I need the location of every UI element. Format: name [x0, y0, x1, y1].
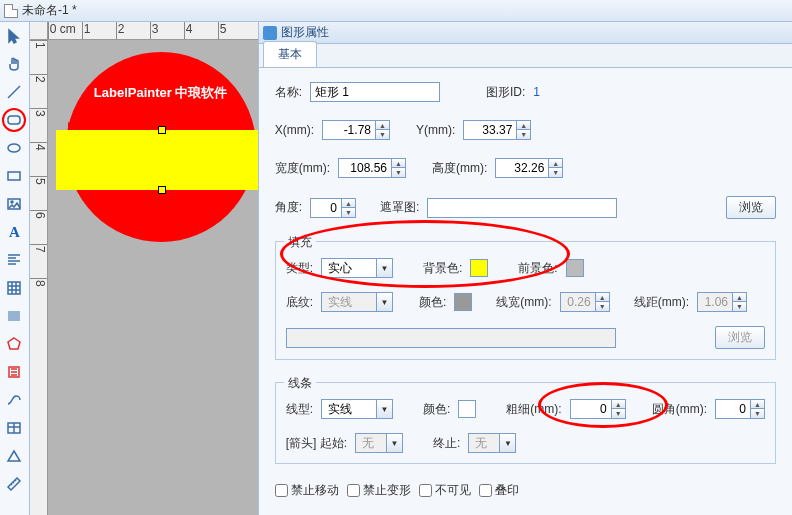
- svg-rect-0: [8, 116, 20, 124]
- linedist-label: 线距(mm):: [634, 294, 689, 311]
- curve-tool[interactable]: [2, 388, 26, 412]
- barcode-tool[interactable]: [2, 304, 26, 328]
- name-input[interactable]: [310, 82, 440, 102]
- y-label: Y(mm):: [416, 123, 455, 137]
- arrow-start-combo: 无▼: [355, 433, 403, 453]
- arrow-end-label: 终止:: [433, 435, 460, 452]
- fill-type-label: 类型:: [286, 260, 313, 277]
- linewidth-label: 线宽(mm):: [496, 294, 551, 311]
- graphic-id-label: 图形ID:: [486, 84, 525, 101]
- height-spinner[interactable]: ▲▼: [495, 158, 563, 178]
- svg-rect-2: [8, 172, 20, 180]
- hand-tool[interactable]: [2, 52, 26, 76]
- fill-legend: 填充: [284, 234, 316, 251]
- svg-rect-5: [8, 282, 20, 294]
- linedist-spinner: ▲▼: [697, 292, 747, 312]
- chevron-down-icon: ▼: [376, 400, 392, 418]
- fill-type-combo[interactable]: 实心▼: [321, 258, 393, 278]
- round-label: 圆角(mm):: [652, 401, 707, 418]
- x-label: X(mm):: [275, 123, 314, 137]
- align-left-tool[interactable]: [2, 248, 26, 272]
- ellipse-tool[interactable]: [2, 136, 26, 160]
- svg-point-4: [11, 201, 13, 203]
- tool-palette: A: [0, 22, 30, 515]
- panel-header: 图形属性: [259, 22, 792, 44]
- document-icon: [4, 4, 18, 18]
- width-label: 宽度(mm):: [275, 160, 330, 177]
- fill-fieldset: 填充 类型: 实心▼ 背景色: 前景色: 底纹: 实线▼ 颜色:: [275, 241, 776, 360]
- arrow-start-label: [箭头] 起始:: [286, 435, 347, 452]
- lock-transform-checkbox[interactable]: 禁止变形: [347, 482, 411, 499]
- triangle-tool[interactable]: [2, 444, 26, 468]
- lock-move-checkbox[interactable]: 禁止移动: [275, 482, 339, 499]
- pattern-combo: 实线▼: [321, 292, 393, 312]
- yellow-rect-shape[interactable]: [56, 130, 258, 190]
- mask-input[interactable]: [427, 198, 617, 218]
- measure-tool[interactable]: [2, 472, 26, 496]
- linecolor-label: 颜色:: [423, 401, 450, 418]
- line-tool[interactable]: [2, 80, 26, 104]
- invisible-checkbox[interactable]: 不可见: [419, 482, 471, 499]
- arrow-end-combo: 无▼: [468, 433, 516, 453]
- canvas-area: 0 cm12345 12345678 LabelPainter 中琅软件: [30, 22, 258, 515]
- svg-point-1: [8, 144, 20, 152]
- y-spinner[interactable]: ▲▼: [463, 120, 531, 140]
- ruler-corner: [30, 22, 48, 40]
- pattern-color-swatch: [454, 293, 472, 311]
- fill-path-input: [286, 328, 616, 348]
- angle-label: 角度:: [275, 199, 302, 216]
- linestyle-combo[interactable]: 实线▼: [321, 399, 393, 419]
- angle-spinner[interactable]: ▲▼: [310, 198, 356, 218]
- image-tool[interactable]: [2, 192, 26, 216]
- pointer-tool[interactable]: [2, 24, 26, 48]
- bgcolor-swatch[interactable]: [470, 259, 488, 277]
- thickness-spinner[interactable]: ▲▼: [570, 399, 626, 419]
- browse-fill-button: 浏览: [715, 326, 765, 349]
- ruler-horizontal: 0 cm12345: [48, 22, 258, 40]
- rect-tool[interactable]: [2, 164, 26, 188]
- fgcolor-swatch[interactable]: [566, 259, 584, 277]
- linecolor-swatch[interactable]: [458, 400, 476, 418]
- line-fieldset: 线条 线型: 实线▼ 颜色: 粗细(mm): ▲▼ 圆角(mm): ▲▼ [箭头…: [275, 382, 776, 464]
- ruler-vertical: 12345678: [30, 40, 48, 515]
- graphic-id-value: 1: [533, 85, 540, 99]
- label-text[interactable]: LabelPainter 中琅软件: [76, 84, 246, 102]
- stamp-tool[interactable]: [2, 360, 26, 384]
- overprint-checkbox[interactable]: 叠印: [479, 482, 519, 499]
- panel-title: 图形属性: [281, 24, 329, 41]
- table-tool[interactable]: [2, 416, 26, 440]
- pattern-label: 底纹:: [286, 294, 313, 311]
- name-label: 名称:: [275, 84, 302, 101]
- document-title: 未命名-1 *: [22, 2, 77, 19]
- round-spinner[interactable]: ▲▼: [715, 399, 765, 419]
- tab-basic[interactable]: 基本: [263, 41, 317, 67]
- pattern-color-label: 颜色:: [419, 294, 446, 311]
- bgcolor-label: 背景色:: [423, 260, 462, 277]
- selection-handle-top[interactable]: [158, 126, 166, 134]
- mask-label: 遮罩图:: [380, 199, 419, 216]
- text-tool[interactable]: A: [2, 220, 26, 244]
- grid-tool[interactable]: [2, 276, 26, 300]
- panel-icon: [263, 26, 277, 40]
- rounded-rect-tool[interactable]: [2, 108, 26, 132]
- chevron-down-icon: ▼: [376, 259, 392, 277]
- panel-tabs: 基本: [259, 44, 792, 68]
- height-label: 高度(mm):: [432, 160, 487, 177]
- linewidth-spinner: ▲▼: [560, 292, 610, 312]
- canvas[interactable]: LabelPainter 中琅软件: [48, 40, 258, 515]
- width-spinner[interactable]: ▲▼: [338, 158, 406, 178]
- thickness-label: 粗细(mm):: [506, 401, 561, 418]
- x-spinner[interactable]: ▲▼: [322, 120, 390, 140]
- fgcolor-label: 前景色:: [518, 260, 557, 277]
- browse-mask-button[interactable]: 浏览: [726, 196, 776, 219]
- polygon-tool[interactable]: [2, 332, 26, 356]
- properties-panel: 图形属性 基本 名称: 图形ID: 1 X(mm): ▲▼ Y(mm): ▲▼ …: [258, 22, 792, 515]
- title-bar: 未命名-1 *: [0, 0, 792, 22]
- line-legend: 线条: [284, 375, 316, 392]
- linestyle-label: 线型:: [286, 401, 313, 418]
- selection-handle-bottom[interactable]: [158, 186, 166, 194]
